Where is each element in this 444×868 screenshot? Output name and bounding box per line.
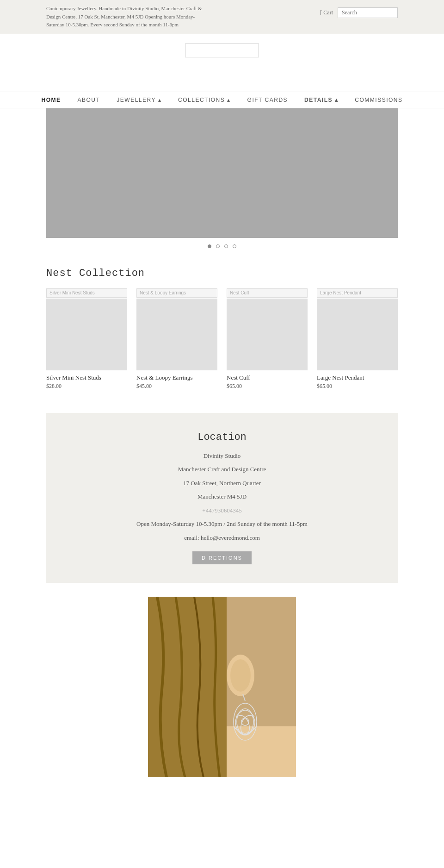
model-image <box>148 597 296 777</box>
product-image-label-3: Nest Cuff <box>227 288 308 298</box>
svg-point-3 <box>230 659 251 692</box>
header-tagline: Contemporary Jewellery. Handmade in Divi… <box>46 5 208 29</box>
location-studio: Divinity Studio <box>56 451 388 461</box>
hero-slider <box>46 108 398 238</box>
slider-dot-3[interactable] <box>224 244 228 248</box>
product-image-label-1: Silver Mini Nest Studs <box>46 288 127 298</box>
logo-area <box>0 34 444 64</box>
nav-commissions[interactable]: COMMISSIONS <box>346 92 411 108</box>
nav-collections[interactable]: COLLECTIONS ▴ <box>170 92 239 108</box>
nav-gift-cards[interactable]: GIFT CARDS <box>239 92 296 108</box>
collection-title: Nest Collection <box>46 268 398 279</box>
product-price-4: $65.00 <box>317 383 398 390</box>
model-photo-svg <box>148 597 296 777</box>
product-image-2 <box>136 299 217 370</box>
product-image-label-2: Nest & Loopy Earrings <box>136 288 217 298</box>
slider-dot-2[interactable] <box>216 244 220 248</box>
product-price-1: $28.00 <box>46 383 127 390</box>
site-logo[interactable] <box>185 44 259 57</box>
product-image-3 <box>227 299 308 370</box>
location-city: Manchester M4 5JD <box>56 492 388 501</box>
location-section: Location Divinity Studio Manchester Craf… <box>46 413 398 583</box>
product-nest-loopy-earrings[interactable]: Nest & Loopy Earrings Nest & Loopy Earri… <box>136 288 217 390</box>
product-image-1 <box>46 299 127 370</box>
product-name-4: Large Nest Pendant <box>317 374 398 381</box>
directions-button[interactable]: DIRECTIONS <box>192 551 252 564</box>
location-phone: +447930604345 <box>56 506 388 515</box>
site-header: Contemporary Jewellery. Handmade in Divi… <box>0 0 444 34</box>
product-name-3: Nest Cuff <box>227 374 308 381</box>
product-nest-cuff[interactable]: Nest Cuff Nest Cuff $65.00 <box>227 288 308 390</box>
cart-link[interactable]: [ Cart <box>320 9 333 16</box>
svg-rect-4 <box>227 726 296 777</box>
location-street: 17 Oak Street, Northern Quarter <box>56 479 388 488</box>
main-nav: HOME ABOUT JEWELLERY ▴ COLLECTIONS ▴ GIF… <box>0 92 444 108</box>
products-grid: Silver Mini Nest Studs Silver Mini Nest … <box>46 288 398 390</box>
header-right: [ Cart <box>320 7 398 18</box>
nav-details[interactable]: DETAILS ▴ <box>296 92 346 108</box>
product-image-label-4: Large Nest Pendant <box>317 288 398 298</box>
product-large-nest-pendant[interactable]: Large Nest Pendant Large Nest Pendant $6… <box>317 288 398 390</box>
product-silver-mini-nest-studs[interactable]: Silver Mini Nest Studs Silver Mini Nest … <box>46 288 127 390</box>
nest-collection: Nest Collection Silver Mini Nest Studs S… <box>0 254 444 399</box>
product-name-1: Silver Mini Nest Studs <box>46 374 127 381</box>
product-price-2: $45.00 <box>136 383 217 390</box>
product-name-2: Nest & Loopy Earrings <box>136 374 217 381</box>
slider-dots <box>0 238 444 254</box>
location-centre: Manchester Craft and Design Centre <box>56 465 388 474</box>
nav-about[interactable]: ABOUT <box>69 92 108 108</box>
slider-dot-1[interactable] <box>208 244 211 248</box>
nav-home[interactable]: HOME <box>33 92 69 108</box>
location-title: Location <box>56 431 388 443</box>
location-email: email: hello@everedmond.com <box>56 533 388 543</box>
bottom-image-container <box>0 597 444 796</box>
slider-dot-4[interactable] <box>233 244 236 248</box>
hero-image <box>46 108 398 238</box>
nav-jewellery[interactable]: JEWELLERY ▴ <box>108 92 170 108</box>
product-price-3: $65.00 <box>227 383 308 390</box>
product-image-4 <box>317 299 398 370</box>
location-hours: Open Monday-Saturday 10-5.30pm / 2nd Sun… <box>56 519 388 529</box>
search-input[interactable] <box>338 7 398 18</box>
